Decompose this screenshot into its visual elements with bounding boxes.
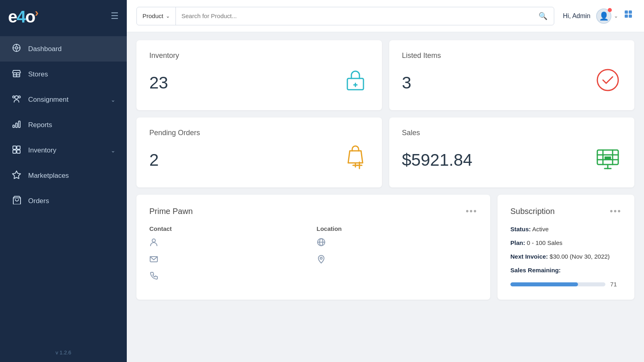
pending-orders-card: Pending Orders 2 [136, 117, 382, 187]
subscription-plan-row: Plan: 0 - 100 Sales [510, 238, 621, 248]
chevron-down-icon: ⌄ [111, 147, 116, 154]
svg-point-10 [13, 96, 15, 98]
pending-orders-card-label: Pending Orders [149, 129, 369, 137]
sales-card-label: Sales [402, 129, 622, 137]
location-icon [317, 255, 326, 266]
svg-rect-24 [629, 14, 632, 18]
grid-apps-icon[interactable] [624, 10, 634, 23]
sidebar-item-dashboard[interactable]: Dashboard [0, 36, 127, 62]
subscription-invoice-row: Next Invoice: $30.00 (Nov 30, 2022) [510, 252, 621, 261]
stats-cards-row: Inventory 23 Listed Items [136, 40, 634, 110]
store-card-header: Prime Pawn ••• [149, 206, 477, 216]
svg-rect-22 [629, 10, 632, 14]
chevron-down-icon: ⌄ [614, 13, 618, 19]
status-label: Status: [510, 226, 531, 232]
svg-point-11 [19, 96, 21, 98]
subscription-more-button[interactable]: ••• [610, 206, 621, 216]
pending-orders-card-icon [342, 144, 369, 176]
sales-card: Sales $5921.84 [389, 117, 635, 187]
sidebar-item-inventory[interactable]: Inventory ⌄ [0, 138, 127, 163]
search-dropdown-label: Product [142, 12, 163, 19]
svg-point-28 [597, 70, 618, 90]
store-title: Prime Pawn [149, 207, 193, 216]
svg-rect-17 [13, 150, 16, 153]
sidebar-item-label: Stores [28, 70, 116, 78]
inventory-icon [11, 145, 22, 156]
plan-label: Plan: [510, 239, 525, 246]
greeting-label: Hi, Admin [563, 12, 590, 20]
hamburger-icon[interactable]: ☰ [111, 11, 119, 21]
svg-rect-13 [16, 123, 17, 128]
store-card: Prime Pawn ••• Contact [136, 195, 490, 300]
chevron-down-icon: ⌄ [111, 97, 116, 103]
inventory-card-body: 23 [149, 66, 369, 99]
user-avatar-button[interactable]: 👤 ⌄ [596, 8, 618, 24]
listed-items-card-body: 3 [402, 66, 622, 99]
sidebar-item-stores[interactable]: Stores [0, 62, 127, 87]
search-bar: Product ⌄ 🔍 [136, 7, 554, 25]
location-pin-row [317, 255, 478, 266]
subscription-card-header: Subscription ••• [510, 206, 621, 216]
sidebar-item-label: Orders [28, 197, 116, 205]
svg-point-1 [15, 47, 18, 49]
phone-icon [149, 272, 158, 283]
sidebar-item-orders[interactable]: Orders [0, 188, 127, 214]
svg-rect-21 [625, 10, 628, 14]
marketplaces-icon [11, 170, 22, 181]
sidebar-item-marketplaces[interactable]: Marketplaces [0, 163, 127, 188]
chevron-down-icon: ⌄ [166, 13, 170, 19]
reports-icon [11, 119, 22, 130]
svg-rect-14 [19, 121, 20, 128]
svg-marker-19 [12, 171, 21, 179]
logo: e4o› [8, 7, 38, 25]
sidebar: e4o› ☰ Dashboard [0, 0, 127, 362]
listed-items-card: Listed Items 3 [389, 40, 635, 110]
sidebar-item-label: Marketplaces [28, 172, 116, 180]
sales-value: $5921.84 [402, 150, 473, 170]
sales-card-icon [594, 144, 621, 176]
sales-remaining-row: Sales Remaining: [510, 265, 621, 275]
search-dropdown[interactable]: Product ⌄ [137, 7, 176, 25]
svg-point-41 [152, 239, 155, 242]
sidebar-item-label: Dashboard [28, 45, 116, 53]
plan-value-text: 0 - 100 Sales [527, 239, 562, 246]
location-label: Location [317, 225, 478, 232]
sales-card-body: $5921.84 [402, 144, 622, 176]
search-button[interactable]: 🔍 [532, 7, 554, 25]
bottom-section: Prime Pawn ••• Contact [136, 195, 634, 300]
contact-location-grid: Contact [149, 225, 477, 288]
inventory-card: Inventory 23 [136, 40, 382, 110]
svg-rect-18 [17, 150, 20, 153]
pending-orders-value: 2 [149, 150, 159, 170]
listed-items-value: 3 [402, 73, 411, 93]
search-input[interactable] [176, 12, 532, 19]
location-section: Location [317, 225, 478, 288]
svg-rect-12 [13, 125, 14, 128]
contact-email-row [149, 255, 310, 266]
listed-items-card-icon [594, 66, 621, 99]
sidebar-item-label: Consignment [28, 96, 104, 104]
progress-bar-section: 71 [510, 281, 621, 288]
consignment-icon [11, 94, 22, 105]
email-icon [149, 255, 158, 266]
sales-remaining-label: Sales Remaining: [510, 267, 561, 274]
sidebar-item-label: Reports [28, 121, 116, 129]
contact-phone-row [149, 272, 310, 283]
dashboard-content: Inventory 23 Listed Items [127, 32, 644, 362]
person-icon [149, 238, 158, 249]
sidebar-item-consignment[interactable]: Consignment ⌄ [0, 87, 127, 112]
svg-rect-15 [13, 146, 16, 149]
next-invoice-label: Next Invoice: [510, 253, 548, 260]
contact-section: Contact [149, 225, 310, 288]
sidebar-item-reports[interactable]: Reports [0, 112, 127, 138]
progress-bar-background [510, 282, 605, 286]
status-value-text: Active [532, 226, 549, 232]
svg-rect-16 [17, 146, 20, 149]
contact-label: Contact [149, 225, 310, 232]
progress-value: 71 [610, 281, 621, 288]
svg-point-9 [15, 96, 18, 99]
main-content: Product ⌄ 🔍 Hi, Admin 👤 ⌄ [127, 0, 644, 362]
next-invoice-value-text: $30.00 (Nov 30, 2022) [550, 253, 610, 260]
store-more-button[interactable]: ••• [466, 206, 477, 216]
location-globe-row [317, 238, 478, 249]
